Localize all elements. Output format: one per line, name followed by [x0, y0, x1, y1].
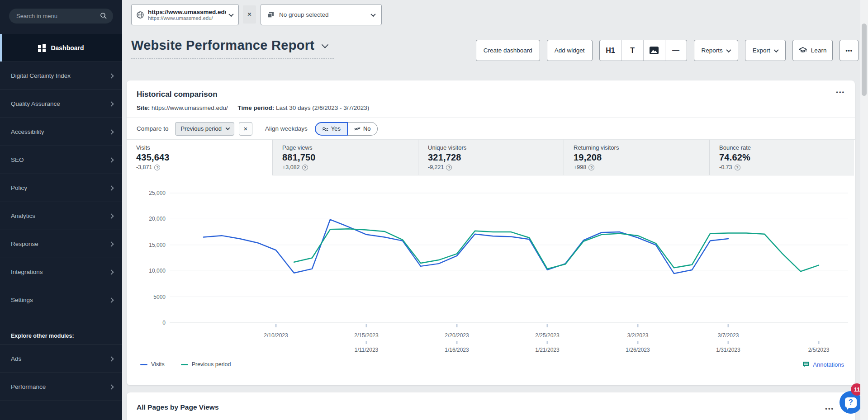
compare-period-value: Previous period — [181, 125, 222, 132]
sidebar-item-integrations[interactable]: Integrations — [0, 258, 122, 286]
annotations-link[interactable]: Annotations — [802, 361, 844, 368]
align-weekdays-no-button[interactable]: No — [348, 122, 378, 136]
sidebar-item-settings[interactable]: Settings — [0, 286, 122, 314]
sidebar-item-label: SEO — [11, 156, 109, 163]
sidebar-item-digital-certainty-index[interactable]: Digital Certainty Index — [0, 61, 122, 90]
sidebar-item-label: Ads — [11, 355, 109, 362]
chevron-right-icon — [109, 297, 114, 302]
learn-label: Learn — [811, 47, 827, 54]
site-url-primary: https://www.umassmed.edu/ — [148, 9, 226, 15]
metric-tab-page-views[interactable]: Page views 881,750 +3,082? — [272, 140, 418, 175]
chevron-down-icon — [726, 47, 731, 52]
sidebar-item-analytics[interactable]: Analytics — [0, 202, 122, 230]
info-icon[interactable]: ? — [446, 165, 452, 170]
metric-label: Unique visitors — [428, 144, 564, 151]
metric-tab-bounce-rate[interactable]: Bounce rate 74.62% -0.73? — [709, 140, 854, 175]
page-scrollbar[interactable] — [860, 0, 868, 420]
time-period-label: Time period: — [237, 104, 274, 111]
image-widget-button[interactable] — [643, 40, 665, 61]
add-widget-button[interactable]: Add widget — [547, 40, 593, 61]
info-icon[interactable]: ? — [588, 165, 594, 170]
svg-text:1/31/2023: 1/31/2023 — [716, 347, 740, 353]
clear-site-button[interactable]: × — [243, 5, 256, 24]
sidebar-item-performance[interactable]: Performance — [0, 373, 122, 401]
card-menu-button[interactable]: ••• — [836, 89, 845, 95]
metric-label: Returning visitors — [574, 144, 709, 151]
metric-tab-visits[interactable]: Visits 435,643 -3,871? — [127, 140, 272, 175]
search-input[interactable] — [9, 9, 113, 24]
card-menu-button[interactable]: ••• — [825, 405, 834, 412]
info-icon[interactable]: ? — [154, 165, 160, 170]
sidebar-item-accessibility[interactable]: Accessibility — [0, 118, 122, 146]
more-actions-button[interactable]: ••• — [840, 40, 859, 61]
chevron-right-icon — [109, 356, 114, 361]
report-title-dropdown[interactable]: Website Performance Report — [131, 38, 334, 59]
sidebar-item-label: Quality Assurance — [11, 100, 109, 107]
page-title: Website Performance Report — [131, 38, 314, 53]
legend-label: Visits — [151, 361, 165, 368]
sidebar-item-dashboard[interactable]: Dashboard — [0, 34, 122, 61]
sidebar: Dashboard Digital Certainty Index Qualit… — [0, 0, 122, 420]
text-widget-button[interactable]: T — [621, 40, 643, 61]
create-dashboard-button[interactable]: Create dashboard — [476, 40, 540, 61]
reports-dropdown-button[interactable]: Reports — [694, 40, 738, 61]
explore-modules-heading: Explore other modules: — [0, 314, 122, 344]
site-period-line: Site: https://www.umassmed.edu/ Time per… — [127, 99, 855, 111]
metric-value: 321,728 — [428, 152, 564, 163]
compare-period-dropdown[interactable]: Previous period — [175, 122, 234, 136]
compare-to-label: Compare to — [137, 125, 169, 132]
info-icon[interactable]: ? — [302, 165, 308, 170]
sidebar-item-policy[interactable]: Policy — [0, 174, 122, 202]
metric-delta: -0.73 — [719, 164, 732, 170]
card-title: All Pages by Page Views — [137, 403, 219, 411]
clear-compare-button[interactable]: × — [239, 122, 252, 136]
divider-widget-button[interactable]: — — [665, 40, 687, 61]
export-dropdown-button[interactable]: Export — [745, 40, 786, 61]
sidebar-item-label: Policy — [11, 184, 109, 191]
scrollbar-thumb[interactable] — [862, 24, 867, 96]
metric-tab-unique-visitors[interactable]: Unique visitors 321,728 -9,221? — [418, 140, 564, 175]
sidebar-item-quality-assurance[interactable]: Quality Assurance — [0, 90, 122, 118]
svg-text:2/15/2023: 2/15/2023 — [354, 332, 379, 339]
previous-period-swatch — [181, 364, 188, 365]
learn-button[interactable]: Learn — [792, 40, 833, 61]
sidebar-search — [9, 9, 113, 24]
metric-tabs-row: Visits 435,643 -3,871? Page views 881,75… — [127, 139, 855, 175]
site-value: https://www.umassmed.edu/ — [152, 104, 228, 111]
legend-label: Previous period — [192, 361, 231, 368]
sidebar-item-response[interactable]: Response — [0, 230, 122, 258]
group-selector-dropdown[interactable]: No group selected — [261, 4, 382, 25]
chevron-right-icon — [109, 157, 114, 162]
globe-icon — [136, 11, 144, 19]
svg-text:1/16/2023: 1/16/2023 — [445, 347, 469, 353]
svg-text:2/10/2023: 2/10/2023 — [264, 332, 288, 339]
site-selector-dropdown[interactable]: https://www.umassmed.edu/ https://www.um… — [131, 4, 239, 25]
metric-delta: +3,082 — [282, 164, 300, 170]
visits-line-chart[interactable]: 0500010,00015,00020,00025,0002/10/20232/… — [131, 181, 850, 353]
sidebar-item-label: Accessibility — [11, 128, 109, 135]
chevron-right-icon — [109, 129, 114, 134]
svg-text:2/20/2023: 2/20/2023 — [445, 332, 469, 339]
metric-value: 435,643 — [136, 152, 272, 163]
legend-item-previous-period[interactable]: Previous period — [181, 361, 231, 368]
align-weekdays-yes-button[interactable]: Yes — [315, 122, 348, 136]
metric-label: Bounce rate — [719, 144, 854, 151]
annotations-label: Annotations — [813, 361, 844, 368]
legend-item-visits[interactable]: Visits — [140, 361, 165, 368]
sidebar-item-seo[interactable]: SEO — [0, 146, 122, 174]
all-pages-header: All Pages by Page Views ••• — [127, 392, 855, 411]
info-icon[interactable]: ? — [735, 165, 740, 170]
chevron-down-icon — [322, 41, 329, 48]
no-label: No — [363, 125, 371, 132]
chevron-down-icon — [773, 47, 778, 52]
heading-widget-button[interactable]: H1 — [600, 40, 621, 61]
explore-modules-label: Explore other modules: — [11, 333, 74, 339]
annotation-bubble-icon — [802, 361, 810, 368]
yes-label: Yes — [331, 125, 341, 132]
metric-label: Visits — [136, 144, 272, 151]
metric-tab-returning-visitors[interactable]: Returning visitors 19,208 +998? — [564, 140, 709, 175]
visits-swatch — [140, 364, 147, 365]
compare-controls-row: Compare to Previous period × Align weekd… — [127, 118, 855, 139]
site-selector-texts: https://www.umassmed.edu/ https://www.um… — [148, 9, 226, 21]
sidebar-item-ads[interactable]: Ads — [0, 344, 122, 373]
